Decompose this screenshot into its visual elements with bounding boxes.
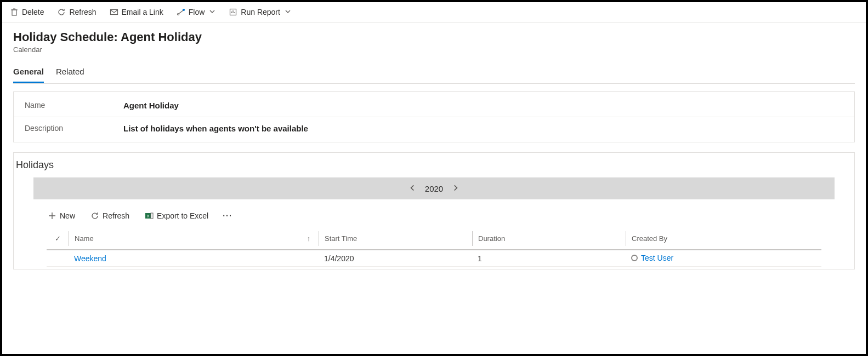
field-name-row: Name Agent Holiday	[14, 94, 854, 117]
refresh-icon	[90, 211, 99, 220]
grid-refresh-button[interactable]: Refresh	[89, 209, 131, 222]
refresh-label: Refresh	[69, 8, 96, 16]
row-selector[interactable]	[47, 255, 69, 262]
holidays-section-title: Holidays	[16, 159, 854, 171]
column-start-time[interactable]: Start Time	[319, 231, 472, 246]
svg-rect-0	[12, 10, 16, 15]
details-card: Name Agent Holiday Description List of h…	[13, 91, 855, 142]
next-year-button[interactable]	[452, 183, 459, 194]
plus-icon	[48, 211, 56, 220]
svg-rect-7	[151, 213, 153, 219]
page-title: Holiday Schedule: Agent Holiday	[13, 30, 855, 44]
field-name-value[interactable]: Agent Holiday	[123, 101, 179, 110]
page-header: Holiday Schedule: Agent Holiday Calendar…	[2, 22, 866, 84]
tab-general[interactable]: General	[13, 64, 44, 83]
new-label: New	[60, 211, 75, 220]
email-link-button[interactable]: Email a Link	[109, 5, 164, 19]
tab-related[interactable]: Related	[56, 64, 84, 83]
more-actions-button[interactable]: ···	[223, 211, 232, 220]
cell-start-time: 1/4/2020	[319, 251, 472, 266]
chevron-down-icon	[285, 8, 291, 16]
arrow-up-icon	[307, 234, 311, 243]
prev-year-button[interactable]	[409, 183, 416, 194]
grid-refresh-label: Refresh	[103, 211, 129, 220]
email-icon	[110, 8, 118, 16]
flow-label: Flow	[189, 8, 205, 16]
year-navigator: 2020	[33, 177, 835, 199]
delete-label: Delete	[22, 8, 44, 16]
grid-toolbar: New Refresh X Export to Excel ···	[47, 209, 821, 222]
trash-icon	[10, 8, 19, 16]
tab-bar: General Related	[13, 64, 855, 84]
cell-duration: 1	[472, 251, 626, 266]
holidays-grid: Name Start Time Duration Created By Week…	[47, 228, 821, 267]
run-report-button[interactable]: Run Report	[228, 5, 292, 19]
new-button[interactable]: New	[47, 209, 76, 222]
holidays-card: Holidays 2020 New Refresh	[13, 152, 855, 269]
sort-indicator[interactable]	[299, 231, 319, 246]
select-all-column[interactable]	[47, 231, 69, 246]
check-icon	[55, 234, 61, 243]
table-row[interactable]: Weekend 1/4/2020 1 Test User	[47, 250, 821, 267]
export-excel-label: Export to Excel	[157, 211, 208, 220]
refresh-icon	[57, 8, 66, 16]
flow-button[interactable]: Flow	[175, 5, 217, 19]
grid-header-row: Name Start Time Duration Created By	[47, 228, 821, 250]
page-subtitle: Calendar	[13, 45, 855, 54]
command-bar: Delete Refresh Email a Link Flow Run Rep…	[2, 2, 866, 22]
chevron-down-icon	[209, 8, 215, 16]
holiday-name-link[interactable]: Weekend	[74, 254, 106, 263]
field-description-row: Description List of holidays when agents…	[14, 117, 854, 140]
run-report-label: Run Report	[241, 8, 280, 16]
export-excel-button[interactable]: X Export to Excel	[144, 209, 209, 222]
email-link-label: Email a Link	[122, 8, 163, 16]
cell-created-by: Test User	[626, 250, 821, 266]
content-area: Name Agent Holiday Description List of h…	[2, 84, 866, 285]
cell-name[interactable]: Weekend	[69, 251, 299, 266]
field-description-label: Description	[25, 124, 123, 133]
refresh-button[interactable]: Refresh	[56, 5, 97, 19]
delete-button[interactable]: Delete	[9, 5, 45, 19]
column-name[interactable]: Name	[69, 231, 299, 246]
presence-icon	[631, 255, 638, 261]
field-name-label: Name	[25, 101, 123, 110]
excel-icon: X	[145, 211, 154, 220]
field-description-value[interactable]: List of holidays when agents won't be av…	[123, 124, 308, 133]
year-label: 2020	[425, 184, 443, 193]
created-by-link[interactable]: Test User	[641, 254, 673, 262]
report-icon	[229, 8, 237, 16]
flow-icon	[177, 8, 185, 16]
svg-text:X: X	[147, 214, 150, 218]
column-duration[interactable]: Duration	[472, 231, 626, 246]
column-created-by[interactable]: Created By	[626, 231, 821, 246]
